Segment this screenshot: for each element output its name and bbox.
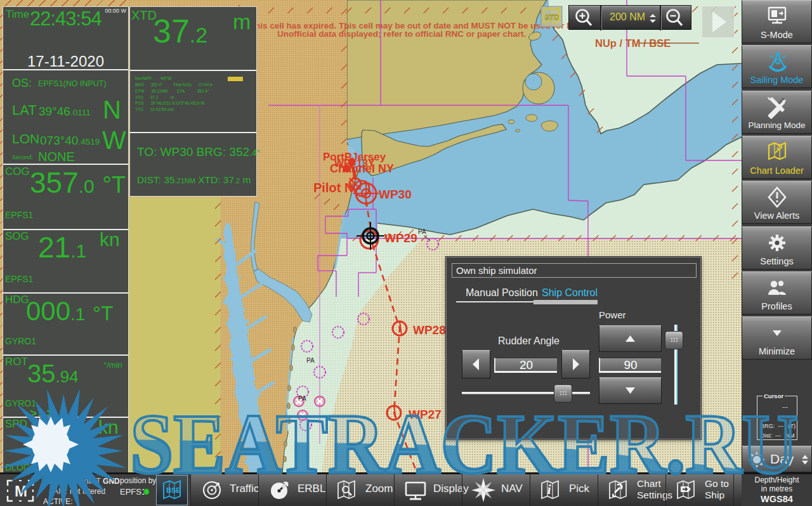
svg-text:i: i — [547, 483, 551, 496]
svg-text:WP29: WP29 — [384, 231, 417, 245]
svg-text:Channel NY: Channel NY — [330, 162, 394, 175]
svg-text:PA: PA — [418, 228, 426, 235]
svg-text:BSE: BSE — [166, 486, 181, 494]
svg-text:PA: PA — [298, 395, 306, 402]
svg-text:WP30: WP30 — [379, 188, 412, 201]
svg-text:M: M — [15, 483, 27, 500]
svg-text:STD: STD — [545, 13, 559, 21]
svg-text:PA: PA — [306, 357, 315, 364]
svg-text:Unofficial data displayed; ref: Unofficial data displayed; refer to offi… — [277, 29, 526, 39]
svg-text:WP27: WP27 — [409, 408, 442, 421]
svg-text:WP28: WP28 — [413, 323, 446, 337]
svg-text:Pilot N: Pilot N — [313, 181, 353, 195]
